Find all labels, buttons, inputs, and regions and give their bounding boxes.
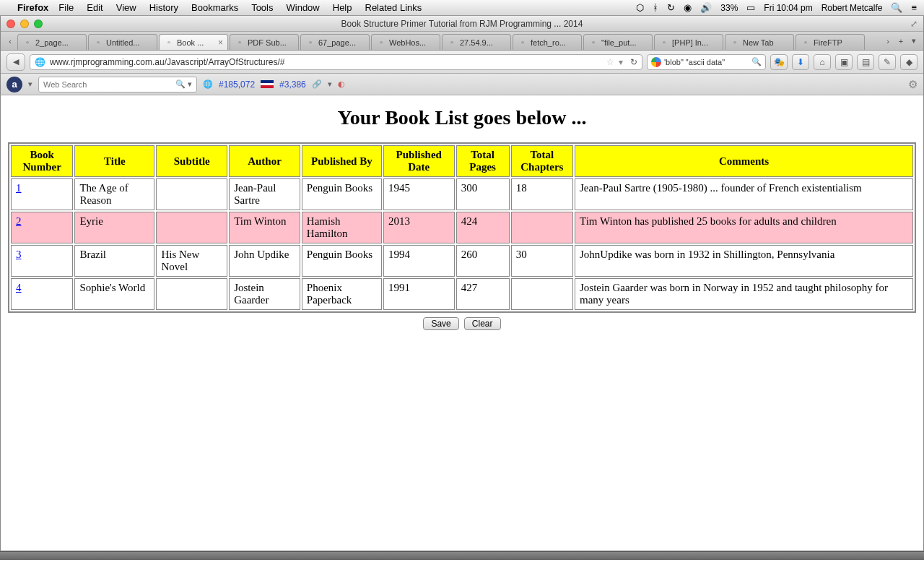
tab[interactable]: ▫"file_put... [583,34,653,50]
globe-icon: 🌐 [35,57,45,67]
window-title: Book Structure Primer Tutorial from RJM … [1,19,923,29]
volume-icon[interactable]: 🔊 [700,2,712,13]
extension-icon-1[interactable]: ✎ [879,54,896,70]
reader-icon[interactable]: ▣ [835,54,853,70]
link-icon[interactable]: 🔗 [312,79,322,89]
cell-pages: 260 [456,245,510,277]
cell-subtitle: His New Novel [156,245,227,277]
time-machine-icon[interactable]: ↻ [667,2,675,13]
web-search-input[interactable] [43,80,175,89]
alexa-toolbar: a ▾ 🔍 ▾ 🌐 #185,072 #3,386 🔗 ▾ ◐ ⚙ [1,74,923,95]
alexa-logo-icon[interactable]: a [6,77,22,92]
cell-chapters: 30 [511,245,573,277]
tab[interactable]: ▫67_page... [300,34,370,50]
cell-num: 1 [11,178,73,210]
download-icon[interactable]: ⬇ [792,54,809,70]
search-icon[interactable]: 🔍 [175,79,186,89]
dock-hint [0,551,924,560]
search-dropdown-icon[interactable]: ▾ [188,79,192,89]
search-box[interactable]: 'blob" "ascii data" 🔍 [647,54,766,70]
wayback-icon[interactable]: ◐ [338,79,345,89]
tab-label: 67_page... [318,38,356,47]
user-name[interactable]: Robert Metcalfe [821,3,883,13]
favicon-icon: ▫ [93,38,103,48]
battery-percent[interactable]: 33% [720,3,738,13]
tab[interactable]: ▫[PHP] In... [654,34,723,50]
menu-bookmarks[interactable]: Bookmarks [191,2,238,13]
table-header: Book Number [11,145,73,177]
tab[interactable]: ▫FireFTP [796,34,865,50]
tab[interactable]: ▫fetch_ro... [513,34,582,50]
save-button[interactable]: Save [423,317,458,330]
menu-history[interactable]: History [149,2,178,13]
dropdown-icon[interactable]: ▾ [619,57,623,67]
menu-edit[interactable]: Edit [87,2,103,13]
favicon-icon: ▫ [659,38,669,48]
global-rank[interactable]: #185,072 [219,79,255,90]
tab[interactable]: ▫2_page... [17,34,87,50]
table-header: Published By [302,145,382,177]
close-window-button[interactable] [6,20,15,28]
battery-icon[interactable]: ▭ [746,2,755,13]
cell-publisher: Phoenix Paperback [302,278,382,310]
clock[interactable]: Fri 10:04 pm [764,3,812,13]
menu-tools[interactable]: Tools [251,2,273,13]
back-button[interactable]: ◀ [6,53,25,71]
globe-rank-icon: 🌐 [203,79,213,89]
close-tab-icon[interactable]: × [218,38,223,48]
tab[interactable]: ▫WebHos... [371,34,440,50]
menu-window[interactable]: Window [287,2,320,13]
new-tab-button[interactable]: + [894,32,907,50]
dropbox-icon[interactable]: ⬡ [636,2,644,13]
page-content: Your Book List goes below ... Book Numbe… [1,95,923,551]
zoom-window-button[interactable] [34,20,43,28]
fullscreen-icon[interactable]: ⤢ [910,19,918,29]
menu-help[interactable]: Help [333,2,352,13]
clear-button[interactable]: Clear [464,317,501,330]
menu-view[interactable]: View [116,2,136,13]
tab[interactable]: ▫Book ...× [159,34,228,50]
cell-num: 3 [11,245,73,277]
book-number-link[interactable]: 1 [16,182,22,194]
tab-label: Book ... [177,38,204,47]
web-search-box[interactable]: 🔍 ▾ [38,77,197,92]
wifi-icon[interactable]: ◉ [684,2,692,13]
tab-scroll-left[interactable]: ‹ [4,32,17,50]
menu-file[interactable]: File [58,2,74,13]
spotlight-icon[interactable]: 🔍 [891,2,902,13]
book-number-link[interactable]: 4 [16,282,22,293]
table-header: Title [74,145,154,177]
extension-icon-2[interactable]: ◆ [900,54,918,70]
book-number-link[interactable]: 2 [16,215,22,227]
notifications-icon[interactable]: ≡ [911,2,917,13]
table-row: 2EyrieTim WintonHamish Hamilton2013424Ti… [11,212,913,243]
search-icon[interactable]: 🔍 [751,57,762,66]
minimize-window-button[interactable] [20,20,29,28]
mask-icon[interactable]: 🎭 [770,54,788,70]
table-header: Author [229,145,300,177]
tab[interactable]: ▫27.54.9... [442,34,511,50]
flag-au-icon [261,80,274,88]
cell-title: Sophie's World [74,278,154,310]
bookmark-star-icon[interactable]: ☆ [606,57,614,67]
gear-icon[interactable]: ⚙ [908,78,918,91]
tab[interactable]: ▫PDF Sub... [230,34,299,50]
book-number-link[interactable]: 3 [16,249,22,260]
table-row: 3BrazilHis New NovelJohn UpdikePenguin B… [11,245,913,277]
local-rank[interactable]: #3,386 [279,79,306,90]
alexa-dropdown-icon[interactable]: ▾ [28,79,32,89]
tab[interactable]: ▫Untitled... [88,34,157,50]
cell-date: 1994 [383,245,455,277]
home-icon[interactable]: ⌂ [814,54,831,70]
app-name[interactable]: Firefox [17,2,48,13]
reload-icon[interactable]: ↻ [630,57,637,67]
tab-scroll-right[interactable]: › [881,32,894,50]
menu-icon[interactable]: ▤ [857,54,874,70]
menu-related-links[interactable]: Related Links [365,2,422,13]
address-bar[interactable]: 🌐 www.rjmprogramming.com.au/Javascript/A… [30,54,642,70]
bluetooth-icon[interactable]: ᚼ [653,2,658,13]
tab[interactable]: ▫New Tab [725,34,794,50]
link-dropdown-icon[interactable]: ▾ [328,79,332,89]
tab-label: WebHos... [389,38,426,47]
tab-list-button[interactable]: ▾ [907,32,920,50]
